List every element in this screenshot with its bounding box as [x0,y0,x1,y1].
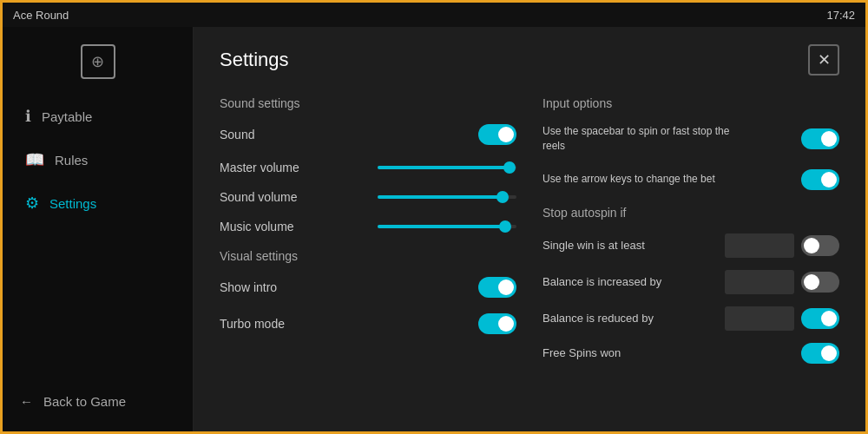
arrow-keys-toggle[interactable] [801,169,839,190]
spacebar-toggle[interactable] [801,128,839,149]
gear-icon: ⚙ [25,194,39,213]
sound-volume-row: Sound volume [220,190,516,204]
single-win-track [801,235,839,256]
logo-icon: ⊕ [81,44,115,79]
master-volume-label: Master volume [220,161,299,174]
single-win-input[interactable] [725,233,794,258]
free-spins-track [801,343,839,364]
back-arrow-icon: ← [20,394,33,409]
autospin-section-title: Stop autospin if [542,206,839,220]
turbo-mode-label: Turbo mode [220,317,285,331]
balance-reduced-toggle[interactable] [801,308,839,329]
balance-increased-toggle[interactable] [801,272,839,293]
music-volume-thumb [499,220,511,233]
sidebar-logo: ⊕ [3,36,193,88]
show-intro-thumb [498,279,514,295]
sound-volume-thumb [496,191,509,203]
spacebar-thumb [821,131,837,147]
arrow-keys-row: Use the arrow keys to change the bet [542,169,839,190]
arrow-keys-track [801,169,839,190]
settings-columns: Sound settings Sound M [220,96,839,376]
arrow-keys-thumb [821,172,837,187]
balance-increased-label: Balance is increased by [542,275,718,288]
settings-header: Settings ✕ [220,44,839,76]
sound-setting-row: Sound [220,124,516,145]
single-win-toggle[interactable] [801,235,839,256]
right-column: Input options Use the spacebar to spin o… [542,96,839,376]
balance-reduced-label: Balance is reduced by [542,312,718,325]
sidebar-item-rules[interactable]: 📖 Rules [11,140,184,180]
balance-increased-row: Balance is increased by [542,270,839,294]
top-bar-time: 17:42 [826,9,855,22]
input-section-title: Input options [542,96,839,110]
show-intro-track [478,277,516,298]
back-to-game-button[interactable]: ← Back to Game [20,394,175,409]
music-volume-slider[interactable] [378,225,516,228]
spacebar-row: Use the spacebar to spin or fast stop th… [542,124,839,154]
sound-toggle-track [478,124,516,145]
show-intro-label: Show intro [220,280,277,294]
main-content: Settings ✕ Sound settings Sound [194,27,865,431]
back-to-game-label: Back to Game [43,394,126,409]
info-icon: ℹ [25,107,31,126]
sidebar-item-label-settings: Settings [49,196,96,211]
sound-toggle[interactable] [478,124,516,145]
turbo-mode-thumb [498,316,514,332]
sound-volume-label: Sound volume [220,190,298,204]
music-volume-fill [378,225,505,228]
show-intro-toggle[interactable] [478,277,516,298]
sound-volume-fill [378,195,503,199]
master-volume-row: Master volume [220,161,516,174]
left-column: Sound settings Sound M [220,96,516,376]
top-bar: Ace Round 17:42 [3,3,865,27]
balance-increased-thumb [804,274,819,290]
top-bar-title: Ace Round [13,9,69,22]
sidebar-nav: ℹ Paytable 📖 Rules ⚙ Settings [3,96,193,380]
settings-panel: Settings ✕ Sound settings Sound [194,27,865,431]
music-volume-label: Music volume [220,220,294,233]
show-intro-row: Show intro [220,277,516,298]
balance-reduced-row: Balance is reduced by [542,306,839,331]
master-volume-slider[interactable] [378,166,516,169]
spacebar-track [801,128,839,149]
arrow-keys-label: Use the arrow keys to change the bet [542,172,715,187]
balance-reduced-input[interactable] [725,306,794,331]
single-win-thumb [804,238,819,253]
visual-section-title: Visual settings [220,249,516,263]
sidebar-item-label-rules: Rules [55,153,88,168]
settings-title: Settings [220,49,289,71]
music-volume-row: Music volume [220,220,516,233]
single-win-row: Single win is at least [542,233,839,258]
sidebar-footer: ← Back to Game [3,380,193,423]
close-button[interactable]: ✕ [808,44,839,76]
free-spins-toggle[interactable] [801,343,839,364]
turbo-mode-row: Turbo mode [220,313,516,334]
balance-reduced-track [801,308,839,329]
close-icon: ✕ [818,50,831,69]
sound-toggle-thumb [498,127,514,142]
sound-label: Sound [220,128,254,141]
free-spins-row: Free Spins won [542,343,839,364]
sidebar-item-settings[interactable]: ⚙ Settings [11,183,184,223]
free-spins-thumb [821,345,837,361]
sidebar: ⊕ ℹ Paytable 📖 Rules ⚙ Settings ← [3,27,194,431]
free-spins-label: Free Spins won [542,346,794,359]
sound-section-title: Sound settings [220,96,516,110]
balance-increased-input[interactable] [725,270,794,294]
master-volume-thumb [503,161,516,174]
turbo-mode-track [478,313,516,334]
rules-icon: 📖 [25,150,44,169]
balance-reduced-thumb [821,311,837,326]
single-win-label: Single win is at least [542,239,718,252]
sidebar-item-paytable[interactable]: ℹ Paytable [11,96,184,136]
sidebar-item-label-paytable: Paytable [42,109,92,124]
spacebar-label: Use the spacebar to spin or fast stop th… [542,124,733,154]
balance-increased-track [801,272,839,293]
sound-volume-slider[interactable] [378,195,516,199]
turbo-mode-toggle[interactable] [478,313,516,334]
master-volume-fill [378,166,510,169]
